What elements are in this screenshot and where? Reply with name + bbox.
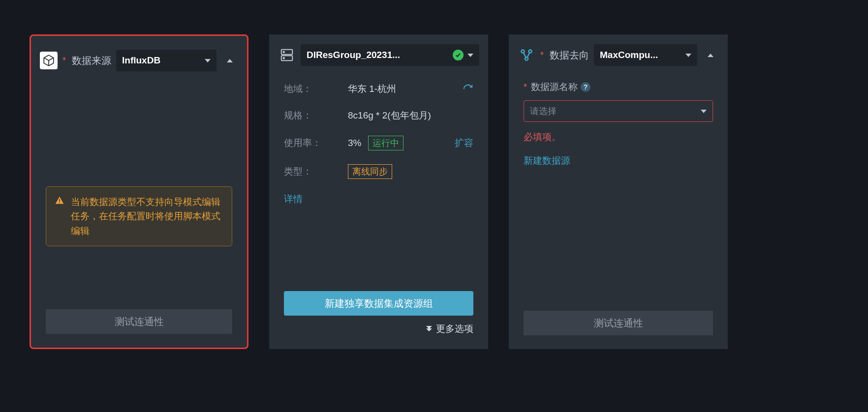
source-test-connectivity-button[interactable]: 测试连通性 — [46, 309, 232, 334]
usage-row: 使用率： 3% 运行中 扩容 — [284, 136, 473, 150]
usage-value: 3% — [348, 138, 361, 148]
chevron-double-down-icon — [426, 326, 432, 331]
source-panel-header: * 数据来源 InfluxDB — [31, 36, 247, 83]
chevron-up-icon — [227, 59, 233, 62]
datasource-name-select[interactable]: 请选择 — [524, 100, 713, 122]
spec-label: 规格： — [284, 109, 348, 122]
create-resource-group-label: 新建独享数据集成资源组 — [325, 297, 433, 310]
target-title: 数据去向 — [550, 49, 589, 62]
resource-group-panel: DIResGroup_20231... 地域： 华东 1-杭州 — [269, 34, 488, 349]
type-row: 类型： 离线同步 — [284, 164, 473, 179]
expand-link[interactable]: 扩容 — [455, 137, 473, 149]
chevron-up-icon — [708, 54, 713, 57]
config-panels-row: * 数据来源 InfluxDB 当前数据源类型不支持向导模式编辑任务，在任务配置… — [0, 34, 868, 349]
source-title: 数据来源 — [72, 54, 111, 67]
resource-panel-footer: 新建独享数据集成资源组 更多选项 — [269, 284, 488, 349]
required-star: * — [524, 82, 527, 92]
datasource-required-error: 必填项。 — [524, 131, 713, 144]
sync-type-tag: 离线同步 — [348, 164, 392, 179]
source-test-connectivity-label: 测试连通性 — [115, 315, 164, 328]
target-test-connectivity-label: 测试连通性 — [594, 317, 643, 330]
source-warning-text: 当前数据源类型不支持向导模式编辑任务，在任务配置时将使用脚本模式编辑 — [71, 197, 220, 236]
required-star: * — [540, 50, 544, 60]
type-label: 类型： — [284, 165, 348, 178]
more-options-label: 更多选项 — [436, 323, 473, 335]
resource-group-icon — [278, 46, 296, 64]
source-warning-alert: 当前数据源类型不支持向导模式编辑任务，在任务配置时将使用脚本模式编辑 — [46, 186, 232, 246]
resource-kv-list: 地域： 华东 1-杭州 规格： 8c16g * 2(包年包月) — [284, 78, 473, 206]
svg-rect-3 — [59, 202, 60, 203]
source-panel: * 数据来源 InfluxDB 当前数据源类型不支持向导模式编辑任务，在任务配置… — [30, 34, 248, 349]
region-value: 华东 1-杭州 — [348, 83, 396, 95]
resource-panel-header: DIResGroup_20231... — [269, 34, 488, 78]
help-icon[interactable]: ? — [581, 82, 590, 92]
datasource-name-field: * 数据源名称 ? 请选择 必填项。 新建数据源 — [524, 78, 713, 167]
collapse-target-button[interactable] — [702, 47, 719, 63]
region-label: 地域： — [284, 83, 348, 95]
details-link[interactable]: 详情 — [284, 193, 303, 206]
more-options-toggle[interactable]: 更多选项 — [284, 323, 473, 335]
datasource-name-label-row: * 数据源名称 ? — [524, 81, 713, 93]
target-panel-footer: 测试连通性 — [509, 304, 728, 349]
source-type-icon — [40, 52, 58, 69]
status-ok-icon — [453, 50, 464, 60]
usage-label: 使用率： — [284, 137, 348, 149]
source-panel-body: 当前数据源类型不支持向导模式编辑任务，在任务配置时将使用脚本模式编辑 — [31, 83, 247, 302]
new-datasource-link[interactable]: 新建数据源 — [524, 155, 570, 166]
chevron-down-icon — [701, 110, 707, 113]
svg-point-7 — [283, 58, 285, 59]
required-star: * — [62, 56, 66, 66]
resource-panel-body: 地域： 华东 1-杭州 规格： 8c16g * 2(包年包月) — [269, 78, 488, 284]
target-panel-body: * 数据源名称 ? 请选择 必填项。 新建数据源 — [509, 78, 728, 304]
target-test-connectivity-button[interactable]: 测试连通性 — [524, 311, 713, 335]
target-panel-header: * 数据去向 MaxCompu... — [509, 34, 728, 78]
warning-icon — [54, 196, 65, 206]
chevron-down-icon — [685, 54, 691, 57]
chevron-down-icon — [205, 59, 211, 62]
target-panel: * 数据去向 MaxCompu... * 数据源名称 ? 请选择 — [509, 34, 728, 349]
create-resource-group-button[interactable]: 新建独享数据集成资源组 — [284, 291, 473, 316]
source-panel-footer: 测试连通性 — [31, 302, 247, 348]
running-status-tag: 运行中 — [368, 136, 403, 150]
region-row: 地域： 华东 1-杭州 — [284, 83, 473, 95]
datasource-name-label: 数据源名称 — [531, 81, 578, 93]
spec-row: 规格： 8c16g * 2(包年包月) — [284, 109, 473, 122]
target-select-value: MaxCompu... — [600, 50, 682, 60]
chevron-down-icon — [467, 54, 473, 57]
svg-point-6 — [283, 52, 285, 53]
resource-group-value: DIResGroup_20231... — [307, 50, 449, 60]
svg-rect-2 — [59, 199, 60, 202]
collapse-source-button[interactable] — [221, 52, 238, 69]
source-type-select[interactable]: InfluxDB — [116, 50, 217, 71]
source-select-value: InfluxDB — [122, 55, 201, 66]
datasource-name-placeholder: 请选择 — [530, 105, 557, 117]
refresh-icon[interactable] — [463, 84, 473, 94]
target-type-select[interactable]: MaxCompu... — [594, 44, 697, 66]
spec-value: 8c16g * 2(包年包月) — [348, 109, 431, 122]
resource-group-select[interactable]: DIResGroup_20231... — [301, 44, 479, 66]
target-flow-icon — [518, 46, 535, 64]
details-row: 详情 — [284, 193, 473, 206]
